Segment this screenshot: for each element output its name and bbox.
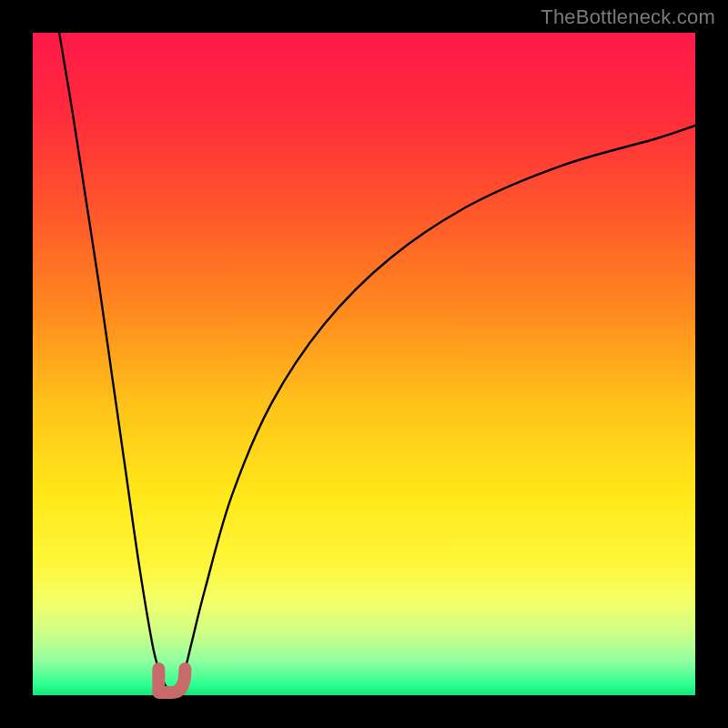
chart-stage: TheBottleneck.com <box>0 0 728 728</box>
watermark-text: TheBottleneck.com <box>541 5 715 29</box>
plot-background <box>33 33 695 695</box>
bottleneck-chart <box>0 0 728 728</box>
